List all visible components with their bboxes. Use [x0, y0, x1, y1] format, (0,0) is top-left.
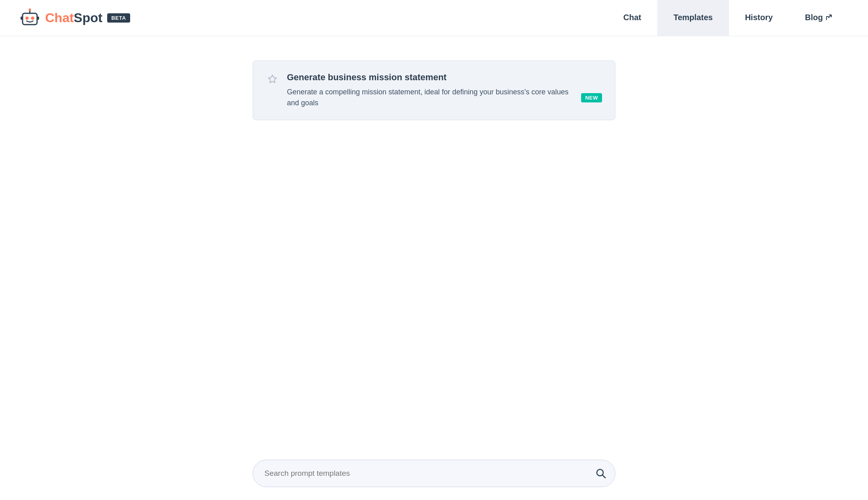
external-link-icon	[825, 14, 833, 21]
search-input[interactable]	[253, 460, 615, 487]
content-wrapper: Generate business mission statement Gene…	[253, 60, 615, 120]
template-info: Generate business mission statement Gene…	[287, 72, 602, 108]
new-badge: NEW	[581, 93, 602, 102]
search-icon	[595, 468, 606, 479]
main-nav: Chat Templates History Blog	[607, 0, 849, 36]
logo-chat: Chat	[45, 10, 74, 25]
logo-text: ChatSpot	[45, 10, 102, 25]
logo-area: ChatSpot BETA	[19, 8, 130, 29]
beta-badge: BETA	[107, 13, 130, 23]
search-box-wrapper	[253, 460, 615, 487]
svg-point-3	[31, 17, 34, 20]
chatspot-logo-icon	[19, 8, 40, 29]
nav-blog-label: Blog	[805, 13, 823, 22]
template-card[interactable]: Generate business mission statement Gene…	[253, 60, 615, 120]
svg-line-9	[603, 475, 606, 478]
logo-spot: Spot	[74, 10, 102, 25]
svg-point-2	[25, 17, 29, 20]
nav-blog[interactable]: Blog	[789, 0, 849, 36]
template-desc-row: Generate a compelling mission statement,…	[287, 87, 602, 108]
nav-history[interactable]: History	[729, 0, 789, 36]
nav-templates[interactable]: Templates	[657, 0, 729, 36]
svg-rect-6	[21, 17, 23, 20]
header: ChatSpot BETA Chat Templates History Blo…	[0, 0, 868, 36]
nav-chat[interactable]: Chat	[607, 0, 657, 36]
template-title: Generate business mission statement	[287, 72, 602, 83]
search-area	[0, 450, 868, 500]
svg-point-8	[597, 469, 603, 476]
svg-point-5	[29, 8, 31, 11]
main-content: Generate business mission statement Gene…	[0, 36, 868, 500]
star-icon[interactable]	[266, 74, 279, 89]
template-description: Generate a compelling mission statement,…	[287, 87, 577, 108]
svg-rect-7	[37, 17, 39, 20]
search-button[interactable]	[595, 468, 606, 479]
